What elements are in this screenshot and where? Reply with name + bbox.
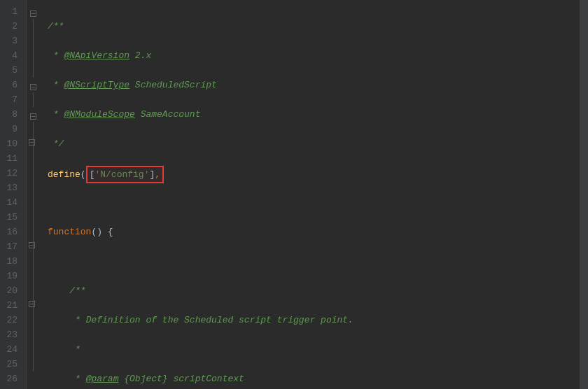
- line-number: 22: [6, 313, 18, 327]
- line-number: 13: [6, 181, 18, 195]
- line-number: 18: [6, 254, 18, 269]
- line-number: 8: [6, 107, 18, 122]
- line-number: 17: [6, 239, 18, 254]
- highlight-annotation: ['N/config'],: [86, 166, 164, 183]
- line-number: 23: [6, 327, 18, 342]
- line-number: 2: [6, 19, 18, 34]
- fold-toggle-icon[interactable]: [30, 84, 36, 90]
- code-line: define(['N/config'],: [48, 166, 512, 181]
- line-number: 26: [6, 372, 18, 386]
- line-number: 9: [6, 122, 18, 136]
- code-line: *: [48, 342, 512, 357]
- code-line: * @NScriptType ScheduledScript: [48, 78, 512, 92]
- vertical-scrollbar[interactable]: [580, 0, 588, 389]
- code-area[interactable]: /** * @NApiVersion 2.x * @NScriptType Sc…: [39, 0, 512, 389]
- code-line: */: [48, 136, 512, 151]
- fold-gutter: [27, 0, 39, 389]
- fold-toggle-icon[interactable]: [29, 242, 35, 248]
- code-line: [48, 195, 512, 210]
- code-line: * @NApiVersion 2.x: [48, 48, 512, 63]
- line-number: 12: [6, 166, 18, 181]
- line-number: 24: [6, 342, 18, 357]
- code-line: function() {: [48, 225, 512, 239]
- code-line: [48, 254, 512, 269]
- line-number: 11: [6, 151, 18, 166]
- fold-toggle-icon[interactable]: [29, 139, 35, 146]
- line-number: 20: [6, 283, 18, 298]
- line-number: 14: [6, 195, 18, 210]
- line-number: 4: [6, 48, 18, 63]
- line-number: 7: [6, 92, 18, 107]
- line-number: 10: [6, 136, 18, 151]
- code-line: * Definition of the Scheduled script tri…: [48, 313, 512, 327]
- line-number: 1: [6, 4, 18, 19]
- line-number: 3: [6, 34, 18, 48]
- code-editor[interactable]: 1 2 3 4 5 6 7 8 9 10 11 12 13 14 15 16 1…: [0, 0, 588, 389]
- line-number: 5: [6, 63, 18, 78]
- code-line: * @NModuleScope SameAccount: [48, 107, 512, 122]
- line-number: 16: [6, 225, 18, 239]
- fold-toggle-icon[interactable]: [29, 301, 35, 307]
- line-number: 21: [6, 298, 18, 313]
- fold-toggle-icon[interactable]: [30, 113, 36, 120]
- code-line: /**: [48, 283, 512, 298]
- line-number: 25: [6, 357, 18, 372]
- code-line: * @param {Object} scriptContext: [48, 372, 512, 386]
- line-number: 15: [6, 210, 18, 225]
- line-number-gutter: 1 2 3 4 5 6 7 8 9 10 11 12 13 14 15 16 1…: [0, 0, 27, 389]
- code-line: /**: [48, 19, 512, 34]
- line-number: 19: [6, 269, 18, 283]
- fold-toggle-icon[interactable]: [30, 10, 36, 17]
- line-number: 6: [6, 78, 18, 92]
